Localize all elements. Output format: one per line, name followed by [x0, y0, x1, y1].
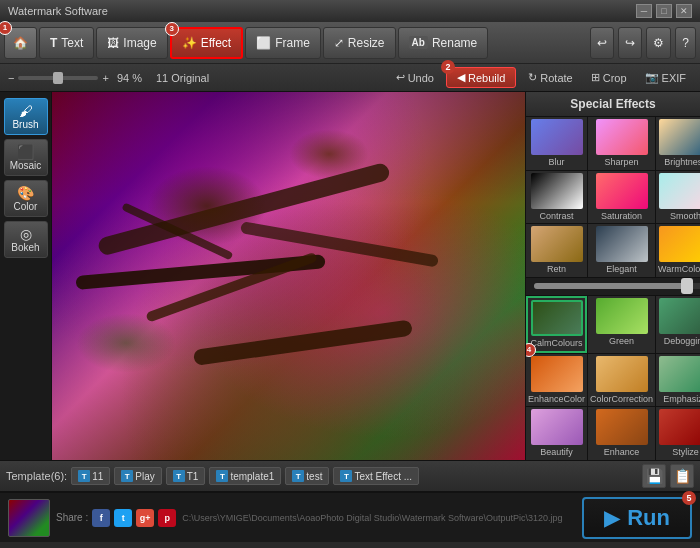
template-item-11[interactable]: T11 — [71, 467, 110, 485]
effect-beautify[interactable]: Beautify — [526, 407, 587, 460]
right-panel: Special Effects BlurSharpenBrightnessCon… — [525, 92, 700, 460]
effect-label-saturation: Saturation — [601, 211, 642, 221]
effect-stylize[interactable]: Stylize — [656, 407, 700, 460]
effect-saturation[interactable]: Saturation — [588, 171, 655, 224]
effect-label-brightness: Brightness — [664, 157, 700, 167]
brush-icon: 🖌 — [7, 103, 45, 119]
zoom-in-icon[interactable]: + — [102, 72, 108, 84]
bokeh-label: Bokeh — [11, 242, 39, 253]
effect-label-contrast: Contrast — [540, 211, 574, 221]
template-icon-11: T — [78, 470, 90, 482]
rotate-button[interactable]: ↻ Rotate — [522, 69, 578, 86]
brush-tool[interactable]: 🖌 Brush — [4, 98, 48, 135]
pinterest-share-button[interactable]: p — [158, 509, 176, 527]
effect-thumb-debugging — [659, 298, 700, 334]
bokeh-tool[interactable]: ◎ Bokeh — [4, 221, 48, 258]
effect-debugging[interactable]: Debogging — [656, 296, 700, 353]
frame-icon: ⬜ — [256, 36, 271, 50]
effect-calmcolours[interactable]: CalmColours4 — [526, 296, 587, 353]
mosaic-tool[interactable]: ⬛ Mosaic — [4, 139, 48, 176]
effect-thumb-sharpen — [596, 119, 648, 155]
save-button[interactable]: 💾 — [642, 464, 666, 488]
image-thumbnail — [8, 499, 50, 537]
export-button[interactable]: 📋 — [670, 464, 694, 488]
undo-button[interactable]: ↩ Undo — [390, 69, 440, 86]
rename-button[interactable]: Ab Rename — [398, 27, 489, 59]
template-label-11: 11 — [92, 471, 103, 482]
home-button[interactable]: 1 🏠 — [4, 27, 37, 59]
template-label-play: Play — [135, 471, 154, 482]
effect-elegant[interactable]: Elegant — [588, 224, 655, 277]
rebuild-button[interactable]: 2 ◀ Rebuild — [446, 67, 516, 88]
effect-sharpen[interactable]: Sharpen — [588, 117, 655, 170]
image-icon: 🖼 — [107, 36, 119, 50]
panel-title: Special Effects — [526, 92, 700, 117]
template-icon-texteffect: T — [340, 470, 352, 482]
run-button[interactable]: 5 ▶ Run — [582, 497, 692, 539]
effect-thumb-warmcolours — [659, 226, 700, 262]
redo-toolbar-button[interactable]: ↪ — [618, 27, 642, 59]
effect-label-sharpen: Sharpen — [605, 157, 639, 167]
template-label-texteffect: Text Effect ... — [354, 471, 412, 482]
image-canvas[interactable] — [52, 92, 525, 460]
exif-button[interactable]: 📷 EXIF — [639, 69, 692, 86]
effect-label-calmcolours: CalmColours — [531, 338, 583, 348]
run-badge: 5 — [682, 491, 696, 505]
effect-thumb-saturation — [596, 173, 648, 209]
effect-emphasize[interactable]: Emphasize — [656, 354, 700, 407]
home-badge: 1 — [0, 21, 12, 35]
file-path: C:\Users\YMIGE\Documents\AoaoPhoto Digit… — [182, 513, 576, 523]
brush-label: Brush — [12, 119, 38, 130]
bokeh-icon: ◎ — [7, 226, 45, 242]
zoom-slider[interactable] — [18, 76, 98, 80]
title-controls: ─ □ ✕ — [636, 4, 692, 18]
maximize-button[interactable]: □ — [656, 4, 672, 18]
effect-colorcorrection[interactable]: ColorCorrection — [588, 354, 655, 407]
effect-enhance[interactable]: Enhance — [588, 407, 655, 460]
effect-thumb-retro — [531, 226, 583, 262]
effect-blur[interactable]: Blur — [526, 117, 587, 170]
effect-warmcolours[interactable]: WarmColours — [656, 224, 700, 277]
zoom-out-icon[interactable]: − — [8, 72, 14, 84]
resize-icon: ⤢ — [334, 36, 344, 50]
effect-brightness[interactable]: Brightness — [656, 117, 700, 170]
template-item-play[interactable]: TPlay — [114, 467, 161, 485]
resize-button[interactable]: ⤢ Resize — [323, 27, 396, 59]
color-tool[interactable]: 🎨 Color — [4, 180, 48, 217]
rebuild-icon: ◀ — [457, 71, 465, 84]
effect-green[interactable]: Green — [588, 296, 655, 353]
template-item-t1[interactable]: TT1 — [166, 467, 206, 485]
template-item-texteffect[interactable]: TText Effect ... — [333, 467, 419, 485]
effect-label-retro: Retn — [547, 264, 566, 274]
effect-contrast[interactable]: Contrast — [526, 171, 587, 224]
settings-button[interactable]: ⚙ — [646, 27, 671, 59]
minimize-button[interactable]: ─ — [636, 4, 652, 18]
text-button[interactable]: T Text — [39, 27, 94, 59]
app-title: Watermark Software — [8, 5, 108, 17]
effect-smooth[interactable]: Smooth — [656, 171, 700, 224]
googleplus-share-button[interactable]: g+ — [136, 509, 154, 527]
run-arrow-icon: ▶ — [604, 506, 619, 530]
template-item-test[interactable]: Ttest — [285, 467, 329, 485]
effect-retro[interactable]: Retn — [526, 224, 587, 277]
effect-thumb-enhance — [596, 409, 648, 445]
facebook-share-button[interactable]: f — [92, 509, 110, 527]
frame-button[interactable]: ⬜ Frame — [245, 27, 321, 59]
crop-button[interactable]: ⊞ Crop — [585, 69, 633, 86]
help-button[interactable]: ? — [675, 27, 696, 59]
close-button[interactable]: ✕ — [676, 4, 692, 18]
image-button[interactable]: 🖼 Image — [96, 27, 167, 59]
effect-badge: 3 — [165, 22, 179, 36]
effect-label-enhancecolor: EnhanceColor — [528, 394, 585, 404]
template-item-template1[interactable]: Ttemplate1 — [209, 467, 281, 485]
effect-enhancecolor[interactable]: EnhanceColor — [526, 354, 587, 407]
main-toolbar: 1 🏠 T Text 🖼 Image 3 ✨ Effect ⬜ Frame ⤢ … — [0, 22, 700, 64]
undo-toolbar-button[interactable]: ↩ — [590, 27, 614, 59]
template-icon-play: T — [121, 470, 133, 482]
effect-thumb-contrast — [531, 173, 583, 209]
effect-intensity-slider[interactable] — [526, 278, 700, 295]
effect-button[interactable]: 3 ✨ Effect — [170, 27, 243, 59]
twitter-share-button[interactable]: t — [114, 509, 132, 527]
effect-thumb-blur — [531, 119, 583, 155]
home-icon: 🏠 — [13, 36, 28, 50]
